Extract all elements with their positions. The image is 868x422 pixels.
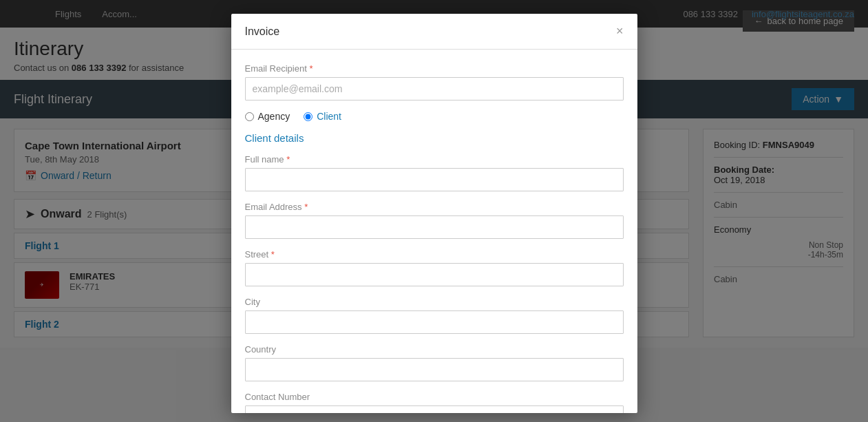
agency-radio-option[interactable]: Agency xyxy=(245,111,290,122)
agency-label: Agency xyxy=(258,111,290,122)
country-label: Country xyxy=(245,344,624,355)
email-recipient-input[interactable] xyxy=(245,77,624,101)
email-address-label: Email Address * xyxy=(245,202,624,212)
contact-number-input[interactable] xyxy=(245,405,624,413)
full-name-input[interactable] xyxy=(245,168,624,191)
client-details-title: Client details xyxy=(245,132,624,144)
city-label: City xyxy=(245,297,624,307)
email-address-group: Email Address * xyxy=(245,202,624,239)
country-group: Country xyxy=(245,344,624,381)
modal-body: Email Recipient * Agency Client xyxy=(231,50,637,413)
street-input[interactable] xyxy=(245,263,624,286)
client-radio[interactable] xyxy=(304,112,313,121)
client-radio-option[interactable]: Client xyxy=(304,111,341,122)
country-input[interactable] xyxy=(245,358,624,381)
city-group: City xyxy=(245,297,624,334)
client-label: Client xyxy=(317,111,341,122)
invoice-modal: Invoice × Email Recipient * Agency xyxy=(231,14,637,413)
email-recipient-label: Email Recipient * xyxy=(245,63,624,74)
modal-close-button[interactable]: × xyxy=(616,24,624,39)
full-name-label: Full name * xyxy=(245,154,624,165)
modal-header: Invoice × xyxy=(231,14,637,50)
contact-number-group: Contact Number xyxy=(245,392,624,413)
city-input[interactable] xyxy=(245,310,624,334)
street-group: Street * xyxy=(245,249,624,286)
street-label: Street * xyxy=(245,249,624,260)
modal-overlay: Invoice × Email Recipient * Agency xyxy=(0,0,868,422)
contact-number-label: Contact Number xyxy=(245,392,624,402)
email-recipient-group: Email Recipient * xyxy=(245,63,624,101)
agency-radio[interactable] xyxy=(245,112,254,121)
modal-title: Invoice xyxy=(245,25,280,38)
email-address-input[interactable] xyxy=(245,215,624,239)
invoice-type-radio-group: Agency Client xyxy=(245,111,624,122)
full-name-group: Full name * xyxy=(245,154,624,191)
background-page: Flights Accom... 086 133 3392 info@fligh… xyxy=(0,0,868,422)
